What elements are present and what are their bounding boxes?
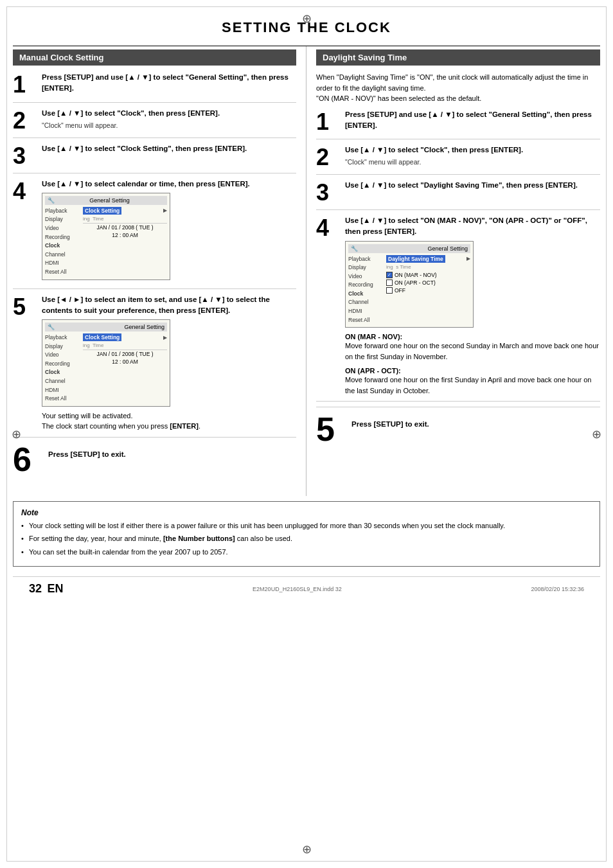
screen-dst-body: Playback Display Video Recording Clock C… <box>348 255 470 325</box>
dst-sidebar-hdmi: HDMI <box>348 307 384 316</box>
right-step-4: 4 Use [▲ / ▼] to select "ON (MAR - NOV)"… <box>316 215 600 402</box>
note-title: Note <box>21 508 592 517</box>
dst-sidebar-playback: Playback <box>348 255 384 264</box>
screen-4-title: General Setting <box>89 197 130 204</box>
footer-page: 32 EN <box>29 582 63 596</box>
right-step-number-3: 3 <box>316 181 345 204</box>
screen-mockup-5: 🔧 General Setting Playback Display Video… <box>42 319 170 407</box>
dst-sidebar-display: Display <box>348 263 384 272</box>
screen-4-menu: Clock Setting <box>83 207 121 215</box>
right-step-1-text: Press [SETUP] and use [▲ / ▼] to select … <box>345 109 600 132</box>
sidebar-item-reset: Reset All <box>45 268 80 277</box>
sidebar-item-channel: Channel <box>45 251 80 260</box>
screen-5-time: 12 : 00 AM <box>83 358 167 366</box>
screen-4-date: JAN / 01 / 2008 ( TUE ) <box>83 223 167 231</box>
screen-4-titlebar: 🔧 General Setting <box>45 196 167 205</box>
dst-sidebar-reset: Reset All <box>348 316 384 325</box>
screen-4-labels: ing Time <box>83 216 167 222</box>
s5-sidebar-hdmi: HDMI <box>45 386 80 395</box>
step-number-1: 1 <box>13 73 42 96</box>
footer-date: 2008/02/20 15:32:36 <box>531 586 584 592</box>
step-3-text: Use [▲ / ▼] to select "Clock Setting", t… <box>42 143 296 154</box>
left-step-6: 6 Press [SETUP] to exit. <box>13 443 296 481</box>
screen-5-title: General Setting <box>124 324 164 330</box>
screen-dst: 🔧 General Setting Playback Display Video… <box>345 241 474 328</box>
sidebar-item-recording: Recording <box>45 233 80 242</box>
s5-sidebar-clock: Clock <box>45 368 80 377</box>
screen-dst-menu: Daylight Saving Time <box>386 255 445 263</box>
step-3-content: Use [▲ / ▼] to select "Clock Setting", t… <box>42 143 296 157</box>
screen-mockup-4: 🔧 General Setting Playback Display Video… <box>42 193 170 280</box>
step-5-text: Use [◄ / ►] to select an item to set, an… <box>42 294 296 317</box>
screen-5-titlebar: 🔧 General Setting <box>45 323 167 332</box>
right-step-1: 1 Press [SETUP] and use [▲ / ▼] to selec… <box>316 109 600 140</box>
right-step-4-content: Use [▲ / ▼] to select "ON (MAR - NOV)", … <box>345 215 600 396</box>
dst-checkbox-1: ✓ <box>386 272 393 278</box>
step-number-6: 6 <box>13 443 48 476</box>
step-2-content: Use [▲ / ▼] to select "Clock", then pres… <box>42 108 296 129</box>
left-step-3: 3 Use [▲ / ▼] to select "Clock Setting",… <box>13 143 296 173</box>
step-number-2: 2 <box>13 109 42 132</box>
right-step-2-sub: "Clock" menu will appear. <box>345 158 600 166</box>
step-1-content: Press [SETUP] and use [▲ / ▼] to select … <box>42 72 296 97</box>
step-number-4: 4 <box>13 180 42 203</box>
dst-sub-title-mar-nov: ON (MAR - NOV): <box>345 333 600 341</box>
left-section-header: Manual Clock Setting <box>13 49 296 66</box>
screen-4-arrow: ▶ <box>163 208 167 213</box>
step-number-5: 5 <box>13 296 42 319</box>
s5-sidebar-recording: Recording <box>45 360 80 369</box>
crosshair-left-icon: ⊕ <box>12 427 21 441</box>
right-step-2-content: Use [▲ / ▼] to select "Clock", then pres… <box>345 145 600 166</box>
dst-sub-section-apr-oct: ON (APR - OCT): Move forward one hour on… <box>345 367 600 396</box>
step-number-3: 3 <box>13 145 42 168</box>
left-step-2: 2 Use [▲ / ▼] to select "Clock", then pr… <box>13 108 296 138</box>
step-2-sub: "Clock" menu will appear. <box>42 121 296 129</box>
left-step-5: 5 Use [◄ / ►] to select an item to set, … <box>13 294 296 438</box>
s5-sidebar-display: Display <box>45 342 80 351</box>
note-section: Note Your clock setting will be lost if … <box>13 501 600 567</box>
screen-4-body: Playback Display Video Recording Clock C… <box>45 207 167 277</box>
dst-checkbox-2 <box>386 279 393 286</box>
dst-checkbox-3 <box>386 287 393 294</box>
screen-5-date: JAN / 01 / 2008 ( TUE ) <box>83 350 167 358</box>
step-4-content: Use [▲ / ▼] to select calendar or time, … <box>42 179 296 283</box>
right-step-number-4: 4 <box>316 217 345 240</box>
note-item-3: You can set the built-in calendar from t… <box>21 547 592 558</box>
s5-sidebar-playback: Playback <box>45 333 80 342</box>
step-6-text: Press [SETUP] to exit. <box>48 449 296 460</box>
step-4-text: Use [▲ / ▼] to select calendar or time, … <box>42 179 296 190</box>
screen-5-labels: ing Time <box>83 342 167 348</box>
main-columns: Manual Clock Setting 1 Press [SETUP] and… <box>13 46 600 496</box>
screen-5-arrow: ▶ <box>163 335 167 341</box>
dst-option-3-label: OFF <box>395 287 405 294</box>
right-step-4-text: Use [▲ / ▼] to select "ON (MAR - NOV)", … <box>345 215 600 238</box>
screen-5-sidebar: Playback Display Video Recording Clock C… <box>45 333 80 403</box>
screen-4-icon: 🔧 <box>48 197 55 204</box>
right-step-3-content: Use [▲ / ▼] to select "Daylight Saving T… <box>345 180 600 193</box>
note-item-2: For setting the day, year, hour and minu… <box>21 533 592 544</box>
screen-5-main: Clock Setting ▶ ing Time JAN / 01 / 2008… <box>83 333 167 403</box>
dst-option-1-label: ON (MAR - NOV) <box>395 272 437 278</box>
dst-option-2-row: ON (APR - OCT) <box>386 279 470 287</box>
dst-option-3-row: OFF <box>386 287 470 294</box>
dst-sub-title-apr-oct: ON (APR - OCT): <box>345 367 600 375</box>
dst-sidebar-clock: Clock <box>348 290 384 299</box>
step-5-after: Your setting will be activated. The cloc… <box>42 411 296 432</box>
footer-lang: EN <box>47 582 63 595</box>
right-step-2: 2 Use [▲ / ▼] to select "Clock", then pr… <box>316 145 600 175</box>
right-step-number-2: 2 <box>316 146 345 169</box>
dst-sub-text-mar-nov: Move forward one hour on the second Sund… <box>345 341 600 362</box>
crosshair-top-icon: ⊕ <box>302 12 312 26</box>
screen-4-time: 12 : 00 AM <box>83 231 167 239</box>
dls-description: When "Daylight Saving Time" is "ON", the… <box>316 72 600 104</box>
sidebar-item-clock: Clock <box>45 242 80 251</box>
note-item-1: Your clock setting will be lost if eithe… <box>21 520 592 531</box>
screen-dst-title: General Setting <box>427 245 468 252</box>
footer-file: E2M20UD_H2160SL9_EN.indd 32 <box>253 586 342 592</box>
right-column: Daylight Saving Time When "Daylight Savi… <box>306 46 600 496</box>
step-5-content: Use [◄ / ►] to select an item to set, an… <box>42 294 296 432</box>
screen-4-main: Clock Setting ▶ ing Time JAN / 01 / 2008… <box>83 207 167 277</box>
step-2-text: Use [▲ / ▼] to select "Clock", then pres… <box>42 108 296 119</box>
sidebar-item-playback: Playback <box>45 207 80 216</box>
right-step-3: 3 Use [▲ / ▼] to select "Daylight Saving… <box>316 180 600 210</box>
